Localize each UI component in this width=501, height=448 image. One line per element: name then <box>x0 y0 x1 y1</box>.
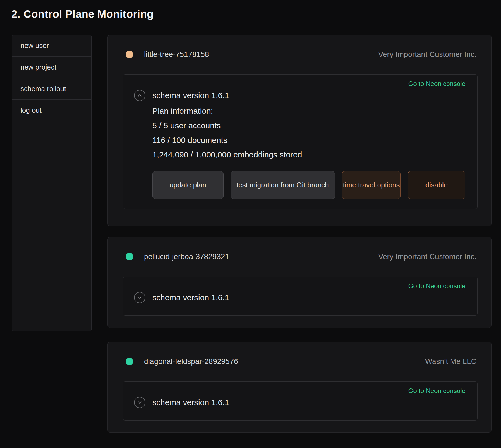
update-plan-button[interactable]: update plan <box>152 171 224 199</box>
sidebar-item-new-user[interactable]: new user <box>12 35 91 57</box>
schema-version-label: schema version 1.6.1 <box>152 293 229 302</box>
schema-version-label: schema version 1.6.1 <box>152 91 229 100</box>
project-card-header: diagonal-feldspar-28929576 Wasn’t Me LLC <box>126 356 476 367</box>
projects-list: little-tree-75178158 Very Important Cust… <box>107 35 492 433</box>
project-card-header: pellucid-jerboa-37829321 Very Important … <box>126 251 476 263</box>
console-link-row: Go to Neon console <box>134 80 465 88</box>
sidebar-item-new-project[interactable]: new project <box>12 57 91 78</box>
plan-user-accounts: 5 / 5 user accounts <box>152 118 465 133</box>
plan-actions: update plan test migration from Git bran… <box>152 171 465 199</box>
status-dot-icon <box>126 358 133 365</box>
project-details-panel: Go to Neon console schema version 1.6.1 <box>123 381 478 421</box>
project-name: little-tree-75178158 <box>144 50 209 59</box>
chevron-down-icon[interactable] <box>134 292 145 303</box>
schema-row: schema version 1.6.1 <box>134 90 465 101</box>
project-card: little-tree-75178158 Very Important Cust… <box>107 35 492 226</box>
console-link-row: Go to Neon console <box>134 282 465 290</box>
schema-version-label: schema version 1.6.1 <box>152 398 229 407</box>
plan-documents: 116 / 100 documents <box>152 133 465 147</box>
status-dot-icon <box>126 253 133 260</box>
neon-console-link[interactable]: Go to Neon console <box>408 80 465 87</box>
chevron-down-icon[interactable] <box>134 397 145 408</box>
project-card: diagonal-feldspar-28929576 Wasn’t Me LLC… <box>107 342 492 433</box>
console-link-row: Go to Neon console <box>134 387 465 395</box>
neon-console-link[interactable]: Go to Neon console <box>408 282 465 290</box>
project-name: diagonal-feldspar-28929576 <box>144 357 238 366</box>
schema-row: schema version 1.6.1 <box>134 292 465 303</box>
sidebar: new user new project schema rollout log … <box>12 35 92 331</box>
project-name: pellucid-jerboa-37829321 <box>144 252 229 261</box>
project-details-panel: Go to Neon console schema version 1.6.1 <box>123 277 478 316</box>
company-name: Wasn’t Me LLC <box>425 357 476 366</box>
chevron-up-icon[interactable] <box>134 90 145 101</box>
main-layout: new user new project schema rollout log … <box>0 35 501 433</box>
project-details-panel: Go to Neon console schema version 1.6.1 … <box>123 74 478 209</box>
sidebar-item-schema-rollout[interactable]: schema rollout <box>12 78 91 100</box>
disable-button[interactable]: disable <box>408 171 465 199</box>
project-card: pellucid-jerboa-37829321 Very Important … <box>107 237 492 328</box>
project-card-header: little-tree-75178158 Very Important Cust… <box>126 49 476 60</box>
time-travel-options-button[interactable]: time travel options <box>342 171 401 199</box>
plan-heading: Plan information: <box>152 104 465 118</box>
page-title: 2. Control Plane Monitoring <box>11 8 501 20</box>
plan-information: Plan information: 5 / 5 user accounts 11… <box>152 104 465 162</box>
plan-embeddings: 1,244,090 / 1,000,000 embeddings stored <box>152 147 465 162</box>
sidebar-item-log-out[interactable]: log out <box>12 100 91 121</box>
company-name: Very Important Customer Inc. <box>378 50 476 59</box>
company-name: Very Important Customer Inc. <box>378 252 476 261</box>
status-dot-icon <box>126 51 133 58</box>
neon-console-link[interactable]: Go to Neon console <box>408 387 465 394</box>
test-migration-button[interactable]: test migration from Git branch <box>231 171 335 199</box>
schema-row: schema version 1.6.1 <box>134 397 465 408</box>
